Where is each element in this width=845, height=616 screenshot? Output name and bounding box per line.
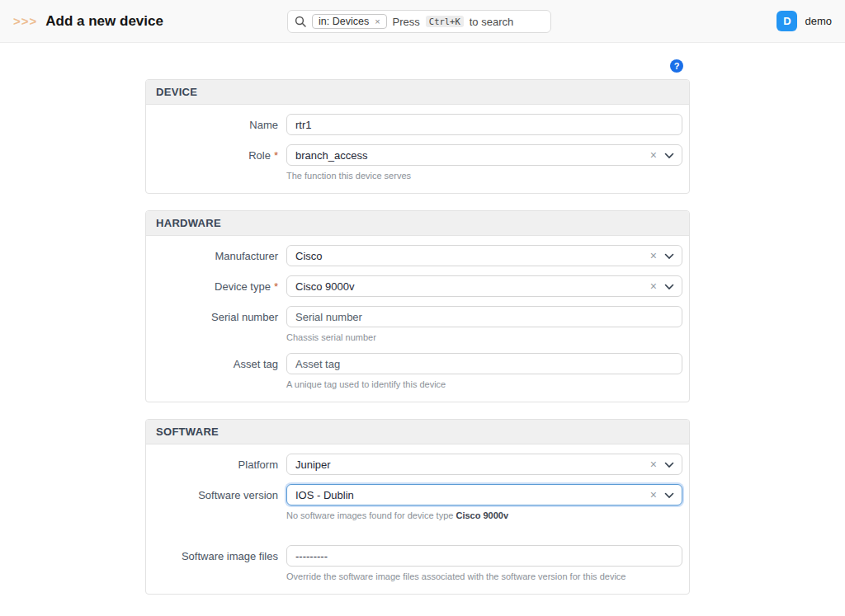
chevron-down-icon[interactable] (664, 250, 674, 262)
section-title-device: DEVICE (146, 80, 689, 105)
field-row-software-image-files: Software image files (146, 545, 689, 567)
software-version-label: Software version (146, 489, 278, 501)
chevron-down-icon[interactable] (664, 458, 674, 471)
manufacturer-label: Manufacturer (146, 250, 278, 262)
search-press-text: Press (393, 16, 420, 28)
field-row-name: Name (146, 114, 689, 135)
role-select[interactable]: branch_access × (286, 144, 682, 166)
panel-device: DEVICE Name Role* branch_access × The fu… (145, 79, 690, 194)
username: demo (805, 15, 832, 27)
help-icon[interactable]: ? (670, 59, 683, 73)
software-version-select[interactable]: IOS - Dublin × (286, 484, 682, 505)
device-type-label: Device type* (146, 280, 278, 293)
field-row-software-version: Software version IOS - Dublin × (146, 484, 689, 505)
clear-icon[interactable]: × (650, 489, 657, 501)
required-mark: * (274, 280, 278, 293)
clear-icon[interactable]: × (650, 250, 657, 261)
panel-hardware: HARDWARE Manufacturer Cisco × Device typ… (145, 210, 690, 402)
asset-tag-input[interactable] (286, 353, 682, 374)
user-menu[interactable]: D demo (777, 11, 832, 31)
clear-icon[interactable]: × (650, 149, 657, 161)
serial-number-input[interactable] (286, 306, 682, 327)
serial-number-helper-text: Chassis serial number (286, 332, 689, 342)
required-mark: * (274, 149, 278, 162)
platform-select[interactable]: Juniper × (286, 454, 682, 475)
name-input[interactable] (286, 114, 682, 135)
avatar[interactable]: D (777, 11, 797, 31)
global-search-input[interactable]: in: Devices × Press Ctrl+K to search (287, 10, 551, 33)
search-suffix-text: to search (470, 16, 513, 28)
software-image-files-label: Software image files (146, 550, 278, 562)
clear-icon[interactable]: × (650, 280, 657, 292)
platform-label: Platform (146, 458, 278, 471)
chevron-down-icon[interactable] (664, 280, 674, 293)
section-title-software: SOFTWARE (146, 420, 689, 444)
brand-chevrons-icon: >>> (13, 14, 37, 28)
field-row-platform: Platform Juniper × (146, 454, 689, 475)
software-version-helper-text: No software images found for device type… (286, 510, 689, 520)
main-content: ? DEVICE Name Role* branch_access × The … (0, 43, 845, 595)
panel-software: SOFTWARE Platform Juniper × Software ver… (145, 419, 690, 595)
field-row-role: Role* branch_access × (146, 144, 689, 166)
chevron-down-icon[interactable] (664, 489, 674, 501)
asset-tag-label: Asset tag (146, 358, 278, 370)
section-title-hardware: HARDWARE (146, 211, 689, 236)
chip-close-icon[interactable]: × (375, 16, 380, 26)
top-header: >>> Add a new device in: Devices × Press… (0, 0, 845, 43)
manufacturer-select[interactable]: Cisco × (286, 245, 682, 266)
field-row-manufacturer: Manufacturer Cisco × (146, 245, 689, 266)
name-label: Name (146, 119, 278, 131)
page-title: Add a new device (45, 13, 163, 30)
search-scope-chip[interactable]: in: Devices × (312, 14, 387, 29)
software-image-files-helper-text: Override the software image files associ… (286, 571, 689, 581)
software-image-files-input[interactable] (286, 545, 682, 567)
role-label: Role* (146, 149, 278, 162)
search-kbd-shortcut: Ctrl+K (426, 16, 464, 27)
serial-number-label: Serial number (146, 311, 278, 323)
search-icon (295, 16, 306, 27)
field-row-device-type: Device type* Cisco 9000v × (146, 275, 689, 297)
field-row-asset-tag: Asset tag (146, 353, 689, 374)
device-type-select[interactable]: Cisco 9000v × (286, 275, 682, 297)
field-row-serial-number: Serial number (146, 306, 689, 327)
role-helper-text: The function this device serves (286, 171, 689, 181)
asset-tag-helper-text: A unique tag used to identify this devic… (286, 379, 689, 389)
search-scope-label: in: Devices (319, 16, 369, 27)
clear-icon[interactable]: × (650, 458, 657, 470)
chevron-down-icon[interactable] (664, 149, 674, 162)
